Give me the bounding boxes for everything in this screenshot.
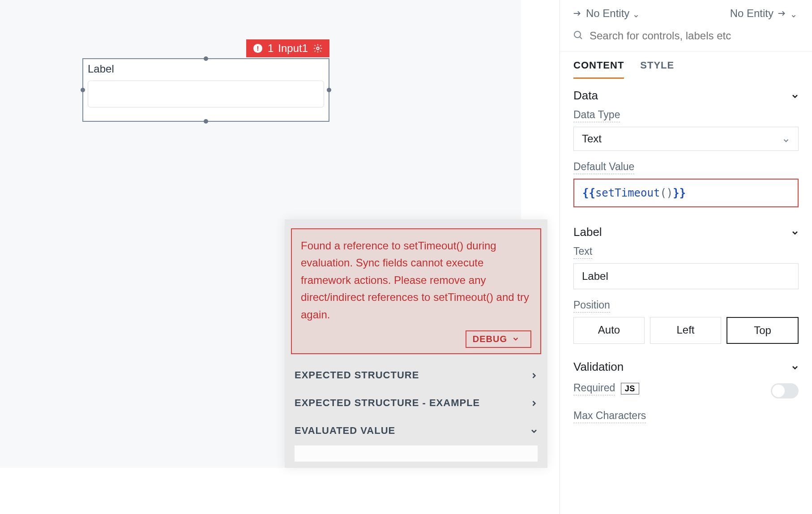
evaluated-value-row[interactable]: EVALUATED VALUE xyxy=(291,417,541,445)
arrow-right-icon xyxy=(573,9,582,18)
entity-bindings-bar: No Entity No Entity xyxy=(560,0,812,23)
required-label: Required xyxy=(573,382,615,395)
required-toggle[interactable] xyxy=(771,383,799,398)
resize-handle-left[interactable] xyxy=(81,88,85,92)
property-search xyxy=(560,23,812,51)
chevron-down-icon xyxy=(791,9,799,17)
js-badge[interactable]: JS xyxy=(621,383,639,394)
code-function-name: setTimeout xyxy=(595,187,660,199)
toggle-knob xyxy=(772,385,785,397)
code-close-brace: }} xyxy=(673,187,686,199)
section-label-header[interactable]: Label xyxy=(573,225,799,239)
property-panel: No Entity No Entity CONTENT STYLE Data xyxy=(560,0,812,514)
section-label: Label Text Label Position Auto Left Top xyxy=(560,215,812,350)
error-icon: ! xyxy=(252,43,263,54)
svg-point-3 xyxy=(316,47,319,50)
chevron-down-icon xyxy=(791,92,799,100)
error-message-box: Found a reference to setTimeout() during… xyxy=(291,228,541,354)
code-parentheses: () xyxy=(660,187,673,199)
resize-handle-top[interactable] xyxy=(204,56,208,61)
section-validation: Validation Required JS Max Characters xyxy=(560,350,812,429)
position-left-button[interactable]: Left xyxy=(650,317,721,344)
section-validation-header[interactable]: Validation xyxy=(573,360,799,374)
search-icon xyxy=(573,30,583,42)
label-position-label: Position xyxy=(573,299,610,313)
position-top-button[interactable]: Top xyxy=(727,317,799,344)
chevron-down-icon xyxy=(791,228,799,236)
entity-incoming-label: No Entity xyxy=(586,7,629,20)
chevron-right-icon xyxy=(530,371,538,379)
required-row: Required JS xyxy=(573,380,799,402)
expected-structure-example-row[interactable]: EXPECTED STRUCTURE - EXAMPLE xyxy=(291,389,541,417)
default-value-input[interactable]: {{setTimeout()}} xyxy=(573,179,799,207)
resize-handle-bottom[interactable] xyxy=(204,119,208,124)
code-open-brace: {{ xyxy=(582,187,595,199)
error-message-text: Found a reference to setTimeout() during… xyxy=(301,237,531,323)
search-input[interactable] xyxy=(590,30,799,42)
chevron-down-icon xyxy=(512,335,520,343)
expected-structure-row[interactable]: EXPECTED STRUCTURE xyxy=(291,361,541,389)
badge-widget-name: Input1 xyxy=(278,42,308,55)
max-characters-label: Max Characters xyxy=(573,410,646,423)
gear-icon[interactable] xyxy=(312,43,323,54)
label-text-input[interactable]: Label xyxy=(573,263,799,289)
svg-point-6 xyxy=(574,31,581,38)
chevron-down-icon xyxy=(633,9,641,17)
evaluated-value-label: EVALUATED VALUE xyxy=(295,425,395,437)
expected-structure-label: EXPECTED STRUCTURE xyxy=(295,369,419,381)
section-data-header[interactable]: Data xyxy=(573,89,799,103)
svg-line-7 xyxy=(580,37,582,39)
entity-outgoing-label: No Entity xyxy=(730,7,774,20)
section-validation-title: Validation xyxy=(573,360,624,374)
evaluation-popover: Found a reference to setTimeout() during… xyxy=(285,219,547,468)
debug-button-label: DEBUG xyxy=(473,334,507,344)
chevron-down-icon xyxy=(782,135,790,143)
widget-input-field[interactable] xyxy=(88,81,324,107)
entity-outgoing[interactable]: No Entity xyxy=(730,7,799,20)
data-type-value: Text xyxy=(582,133,602,145)
position-button-group: Auto Left Top xyxy=(573,317,799,344)
debug-button[interactable]: DEBUG xyxy=(466,330,531,348)
section-label-title: Label xyxy=(573,225,602,239)
evaluated-value-content xyxy=(295,445,538,462)
resize-handle-right[interactable] xyxy=(327,88,331,92)
panel-tabs: CONTENT STYLE xyxy=(560,51,812,79)
default-value-label: Default Value xyxy=(573,161,634,174)
tab-style[interactable]: STYLE xyxy=(640,51,674,79)
entity-incoming[interactable]: No Entity xyxy=(573,7,641,20)
expected-structure-example-label: EXPECTED STRUCTURE - EXAMPLE xyxy=(295,397,480,409)
chevron-down-icon xyxy=(530,427,538,435)
arrow-right-icon xyxy=(777,9,787,18)
section-data-title: Data xyxy=(573,89,598,103)
chevron-right-icon xyxy=(530,399,538,407)
svg-text:!: ! xyxy=(256,45,259,52)
input-widget[interactable]: ! 1 Input1 Label xyxy=(82,58,329,122)
chevron-down-icon xyxy=(791,363,799,371)
position-auto-button[interactable]: Auto xyxy=(573,317,645,344)
tab-content[interactable]: CONTENT xyxy=(573,51,624,79)
widget-label-text: Label xyxy=(88,63,324,75)
widget-selection-badge[interactable]: ! 1 Input1 xyxy=(246,39,329,57)
section-data: Data Data Type Text Default Value {{setT… xyxy=(560,79,812,215)
badge-error-count: 1 xyxy=(268,42,274,55)
label-text-label: Text xyxy=(573,245,592,259)
data-type-label: Data Type xyxy=(573,109,620,122)
data-type-select[interactable]: Text xyxy=(573,127,799,151)
